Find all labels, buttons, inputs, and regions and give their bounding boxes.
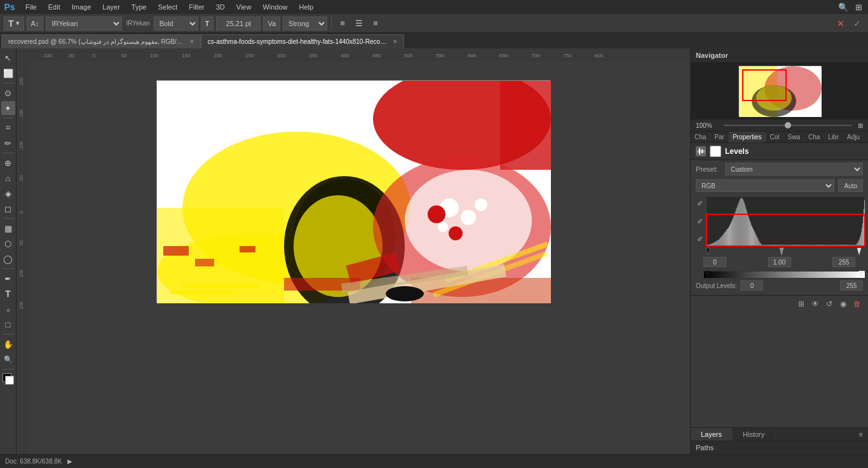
color-swatch[interactable] xyxy=(1,372,15,386)
font-size-icon-btn[interactable]: T xyxy=(201,17,214,31)
search-icon[interactable]: 🔍 xyxy=(836,0,850,14)
blur-tool[interactable]: ⬡ xyxy=(1,237,15,251)
spot-heal-tool[interactable]: ⊕ xyxy=(1,156,15,170)
menu-layer[interactable]: Layer xyxy=(97,2,125,12)
panel-tab-par[interactable]: Par xyxy=(710,132,729,142)
black-eyedropper[interactable]: ✐ xyxy=(695,198,705,209)
align-center-btn[interactable]: ☰ xyxy=(352,17,366,31)
lasso-tool[interactable]: ⊙ xyxy=(1,86,15,100)
menu-file[interactable]: File xyxy=(20,2,42,12)
font-family-select[interactable]: IRYekan xyxy=(46,17,122,31)
reset-icon[interactable]: ↺ xyxy=(824,298,835,310)
toggle-visibility-icon[interactable]: ◉ xyxy=(837,298,849,310)
input-slider-area[interactable] xyxy=(703,247,865,256)
menu-window[interactable]: Window xyxy=(257,2,292,12)
quick-select-tool[interactable]: ✦ xyxy=(1,101,15,115)
panel-tab-libr[interactable]: Libr xyxy=(824,132,843,142)
background-color[interactable] xyxy=(5,376,14,385)
output-white-value[interactable]: 255 xyxy=(840,280,863,291)
input-white-value[interactable]: 255 xyxy=(832,257,855,267)
panel-tab-cha[interactable]: Cha xyxy=(691,132,710,142)
white-eyedropper[interactable]: ✐ xyxy=(695,234,705,244)
svg-rect-179 xyxy=(774,245,775,246)
move-tool[interactable]: ↖ xyxy=(1,51,15,65)
panel-tab-adju[interactable]: Adju xyxy=(843,132,864,142)
panel-tab-properties[interactable]: Properties xyxy=(729,132,766,142)
eraser-tool[interactable]: ◻ xyxy=(1,202,15,216)
tab-layers[interactable]: Layers xyxy=(691,428,733,441)
channel-select[interactable]: RGB xyxy=(696,179,834,192)
hand-tool[interactable]: ✋ xyxy=(1,337,15,351)
cancel-type-btn[interactable]: ✕ xyxy=(834,17,848,31)
dodge-tool[interactable]: ◯ xyxy=(1,252,15,266)
menu-image[interactable]: Image xyxy=(67,2,97,12)
tracking-icon-btn[interactable]: Va xyxy=(263,17,280,31)
tab-jpg-close[interactable]: × xyxy=(393,38,397,45)
menu-select[interactable]: Select xyxy=(153,2,183,12)
output-black-value[interactable]: 0 xyxy=(740,280,763,291)
svg-rect-51 xyxy=(163,246,189,256)
panel-options-btn[interactable]: ≡ xyxy=(854,428,868,441)
anti-alias-select[interactable]: Strong xyxy=(283,17,327,31)
svg-rect-217 xyxy=(797,245,798,246)
gradient-tool[interactable]: ▦ xyxy=(1,221,15,235)
navigator-preview[interactable] xyxy=(691,62,868,120)
preset-select[interactable]: Custom xyxy=(725,163,863,176)
zoom-tool[interactable]: 🔍 xyxy=(1,352,15,366)
tab-history[interactable]: History xyxy=(733,428,775,441)
type-tool-option[interactable]: T ▾ xyxy=(4,17,24,31)
tab-psd[interactable]: recovered.psd @ 66.7% (مفهوم هیستوگرام د… xyxy=(1,34,201,48)
clip-to-layer-icon[interactable]: ⊞ xyxy=(796,298,807,310)
svg-rect-135 xyxy=(747,212,747,246)
tab-psd-close[interactable]: × xyxy=(190,38,194,45)
svg-rect-124 xyxy=(740,199,741,246)
output-slider-section xyxy=(703,271,865,279)
commit-type-btn[interactable]: ✓ xyxy=(850,17,864,31)
panel-tab-cha2[interactable]: Cha xyxy=(804,132,824,142)
type-tool-btn[interactable]: T xyxy=(1,287,15,301)
status-bar: Doc: 638.8K/638.8K ▶ xyxy=(0,454,868,468)
font-style-select[interactable]: Bold xyxy=(154,17,198,31)
zoom-slider-container[interactable] xyxy=(721,121,855,129)
menu-type[interactable]: Type xyxy=(126,2,152,12)
auto-button[interactable]: Auto xyxy=(838,179,863,192)
eyedropper-tool[interactable]: ✏ xyxy=(1,136,15,150)
delete-adj-icon[interactable]: 🗑 xyxy=(851,298,863,310)
svg-point-58 xyxy=(386,286,424,301)
tab-jpg[interactable]: cs-asthma-foods-symptoms-diet-healthy-fa… xyxy=(201,34,404,48)
svg-text:700: 700 xyxy=(531,53,540,59)
input-mid-value[interactable]: 1.00 xyxy=(768,257,791,267)
svg-rect-100 xyxy=(725,231,726,246)
workspace-icon[interactable]: ⊞ xyxy=(851,0,865,14)
menu-edit[interactable]: Edit xyxy=(43,2,65,12)
gray-eyedropper[interactable]: ✐ xyxy=(695,216,705,226)
crop-tool[interactable]: ⌗ xyxy=(1,121,15,135)
menu-3d[interactable]: 3D xyxy=(211,2,230,12)
panel-tab-col[interactable]: Col xyxy=(766,132,784,142)
panel-tab-swa[interactable]: Swa xyxy=(784,132,804,142)
align-right-btn[interactable]: ≡ xyxy=(369,17,383,31)
clone-tool[interactable]: ◈ xyxy=(1,186,15,200)
input-black-value[interactable]: 0 xyxy=(703,257,726,267)
rect-shape-tool[interactable]: □ xyxy=(1,317,15,331)
align-left-btn[interactable]: ≡ xyxy=(336,17,349,31)
text-orientation-btn[interactable]: A↕ xyxy=(27,17,44,31)
output-slider-black-thumb[interactable] xyxy=(704,271,710,279)
menu-help[interactable]: Help xyxy=(294,2,319,12)
menu-view[interactable]: View xyxy=(231,2,257,12)
path-select-tool[interactable]: ⬦ xyxy=(1,302,15,316)
font-size-input[interactable] xyxy=(216,17,261,31)
svg-text:-50: -50 xyxy=(19,176,24,182)
status-arrow[interactable]: ▶ xyxy=(67,458,72,465)
view-previous-icon[interactable]: 👁 xyxy=(810,298,821,310)
svg-rect-286 xyxy=(840,245,841,246)
output-slider-white-thumb[interactable] xyxy=(858,271,865,279)
svg-text:600: 600 xyxy=(468,53,477,59)
output-slider-track[interactable] xyxy=(703,271,865,279)
select-rect-tool[interactable]: ⬜ xyxy=(1,66,15,80)
svg-rect-54 xyxy=(182,284,259,288)
brush-tool[interactable]: ⌂ xyxy=(1,171,15,185)
menu-filter[interactable]: Filter xyxy=(184,2,209,12)
navigator-thumb xyxy=(738,65,821,116)
pen-tool[interactable]: ✒ xyxy=(1,272,15,286)
